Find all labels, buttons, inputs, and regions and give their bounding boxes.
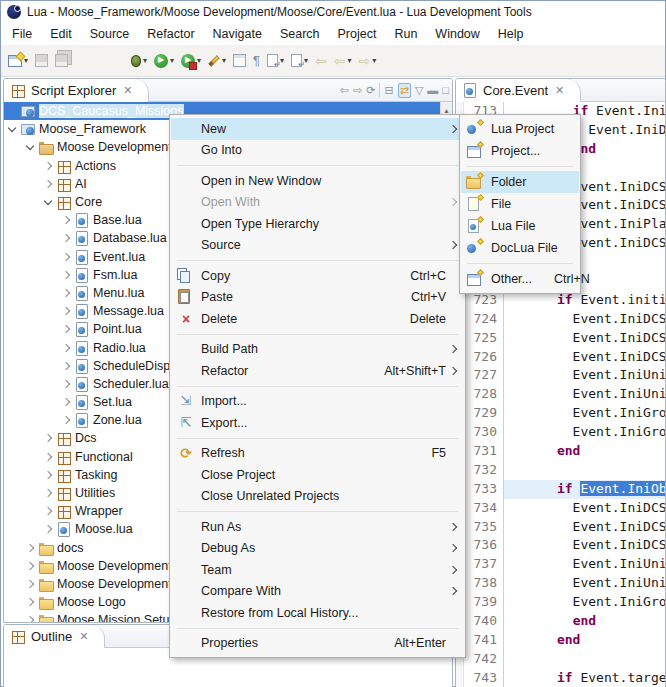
chevron-collapsed-icon[interactable] [58, 290, 74, 296]
menu-help[interactable]: Help [489, 25, 533, 43]
code-line[interactable]: Event.IniGroupName = Event.IniDCSGroupNa… [504, 423, 665, 442]
code-line[interactable]: Event.IniUnitName = Event.IniDCSUnitName [504, 385, 665, 404]
menu-item-build-path[interactable]: Build Path [171, 339, 464, 361]
last-edit-location-button[interactable]: ⇦ [312, 49, 330, 73]
code-line[interactable]: Event.IniUnit = Event.IniDCSUnitName [504, 366, 665, 385]
code-line[interactable]: Event.IniDCSGroupName = "" [504, 329, 665, 348]
menu-item-go-into[interactable]: Go Into [171, 140, 464, 162]
forward-icon[interactable]: ⇨ [353, 84, 362, 97]
menu-item-paste[interactable]: PasteCtrl+V [171, 287, 464, 309]
open-page-button[interactable]: ▾ [264, 49, 287, 73]
menu-edit[interactable]: Edit [41, 25, 81, 43]
chevron-collapsed-icon[interactable] [40, 163, 56, 169]
chevron-collapsed-icon[interactable] [58, 381, 74, 387]
menu-item-copy[interactable]: CopyCtrl+C [171, 265, 464, 287]
code-line[interactable]: Event.IniDCSUnit = Event.initiator [504, 310, 665, 329]
menu-item-new[interactable]: New [171, 118, 464, 140]
submenu-item-other[interactable]: Other...Ctrl+N [461, 268, 579, 290]
chevron-collapsed-icon[interactable] [58, 326, 74, 332]
tab-core-event[interactable]: Core.Event ✕ [456, 79, 581, 102]
menu-source[interactable]: Source [81, 25, 139, 43]
run-button[interactable]: ▾ [151, 49, 177, 73]
chevron-collapsed-icon[interactable] [40, 526, 56, 532]
chevron-collapsed-icon[interactable] [40, 472, 56, 478]
scroll-up-icon[interactable]: ▲ [443, 107, 450, 114]
chevron-collapsed-icon[interactable] [22, 545, 38, 551]
code-line[interactable] [504, 461, 665, 480]
show-whitespace-button[interactable]: ¶ [250, 49, 263, 73]
close-icon[interactable]: ✕ [123, 84, 132, 97]
forward-button[interactable]: ⇨▾ [356, 49, 380, 73]
chevron-expanded-icon[interactable] [40, 200, 56, 204]
menu-navigate[interactable]: Navigate [204, 25, 271, 43]
refresh-icon[interactable]: ⟳ [366, 84, 375, 97]
code-line[interactable]: Event.IniDCSUnitName = Event.IniDCSUnit:… [504, 536, 665, 555]
code-line[interactable]: end [504, 612, 665, 631]
dropdown-caret-icon[interactable]: ▾ [222, 56, 226, 65]
submenu-item-project[interactable]: Project... [461, 140, 579, 162]
minimize-icon[interactable]: ▬ [427, 84, 438, 96]
mark-occurrences-button[interactable] [230, 49, 249, 73]
highlight-button[interactable]: ▾ [205, 49, 229, 73]
chevron-collapsed-icon[interactable] [58, 254, 74, 260]
chevron-collapsed-icon[interactable] [58, 363, 74, 369]
back-icon[interactable]: ⇦ [340, 84, 349, 97]
link-with-editor-icon[interactable]: ⇄ [398, 83, 411, 98]
code-line[interactable]: if Event.IniObjectCategory == Object.Cat… [504, 480, 665, 499]
submenu-item-lua-project[interactable]: Lua Project [461, 118, 579, 140]
chevron-expanded-icon[interactable] [22, 145, 38, 149]
chevron-collapsed-icon[interactable] [58, 399, 74, 405]
menu-item-open-in-new-window[interactable]: Open in New Window [171, 170, 464, 192]
chevron-collapsed-icon[interactable] [58, 217, 74, 223]
code-line[interactable]: Event.IniDCSGroupName = "" [504, 518, 665, 537]
chevron-collapsed-icon[interactable] [22, 563, 38, 569]
code-line[interactable]: Event.IniDCSUnit = Event.initiator [504, 499, 665, 518]
code-line[interactable]: Event.IniGroup = Event.IniDCSGroup [504, 593, 665, 612]
chevron-collapsed-icon[interactable] [40, 454, 56, 460]
debug-button[interactable]: ▾ [128, 49, 150, 73]
save-all-button[interactable] [52, 49, 75, 73]
chevron-collapsed-icon[interactable] [58, 345, 74, 351]
close-icon[interactable]: ✕ [79, 630, 88, 643]
chevron-collapsed-icon[interactable] [40, 490, 56, 496]
dropdown-caret-icon[interactable]: ▾ [372, 56, 376, 65]
view-menu-icon[interactable]: ▽ [415, 84, 423, 97]
menu-item-team[interactable]: Team [171, 559, 464, 581]
chevron-collapsed-icon[interactable] [40, 508, 56, 514]
chevron-collapsed-icon[interactable] [58, 235, 74, 241]
menu-project[interactable]: Project [329, 25, 386, 43]
menu-file[interactable]: File [3, 25, 41, 43]
chevron-collapsed-icon[interactable] [40, 435, 56, 441]
chevron-collapsed-icon[interactable] [22, 581, 38, 587]
menu-item-run-as[interactable]: Run As [171, 516, 464, 538]
dropdown-caret-icon[interactable]: ▾ [170, 56, 174, 65]
submenu-item-file[interactable]: File [461, 193, 579, 215]
dropdown-caret-icon[interactable]: ▾ [197, 56, 201, 65]
menu-item-source[interactable]: Source [171, 235, 464, 257]
code-line[interactable]: end [504, 631, 665, 650]
submenu-item-folder[interactable]: Folder [461, 171, 579, 193]
menu-item-delete[interactable]: ×DeleteDelete [171, 308, 464, 330]
menu-item-close-unrelated-projects[interactable]: Close Unrelated Projects [171, 486, 464, 508]
chevron-collapsed-icon[interactable] [58, 417, 74, 423]
chevron-collapsed-icon[interactable] [22, 617, 38, 622]
menu-item-restore-from-local-history[interactable]: Restore from Local History... [171, 602, 464, 624]
menu-item-refresh[interactable]: ⟳RefreshF5 [171, 443, 464, 465]
menu-item-debug-as[interactable]: Debug As [171, 538, 464, 560]
menu-item-properties[interactable]: PropertiesAlt+Enter [171, 633, 464, 655]
run-history-button[interactable]: ▾ [178, 49, 204, 73]
menu-refactor[interactable]: Refactor [138, 25, 203, 43]
menu-item-import[interactable]: ⇲Import... [171, 391, 464, 413]
submenu-item-doclua-file[interactable]: DocLua File [461, 237, 579, 259]
menu-item-export[interactable]: ⇱Export... [171, 412, 464, 434]
code-line[interactable]: end [504, 442, 665, 461]
back-button[interactable]: ⇦▾ [331, 49, 355, 73]
next-page-button[interactable]: ▾ [288, 49, 311, 73]
menu-item-compare-with[interactable]: Compare With [171, 581, 464, 603]
code-line[interactable]: Event.IniGroup = Event.IniDCSGroup [504, 404, 665, 423]
tab-script-explorer[interactable]: Script Explorer ✕ [4, 79, 149, 102]
menu-item-open-type-hierarchy[interactable]: Open Type Hierarchy [171, 213, 464, 235]
dropdown-caret-icon[interactable]: ▾ [348, 56, 352, 65]
code-line[interactable]: if Event.target then [504, 669, 665, 687]
menu-window[interactable]: Window [426, 25, 488, 43]
